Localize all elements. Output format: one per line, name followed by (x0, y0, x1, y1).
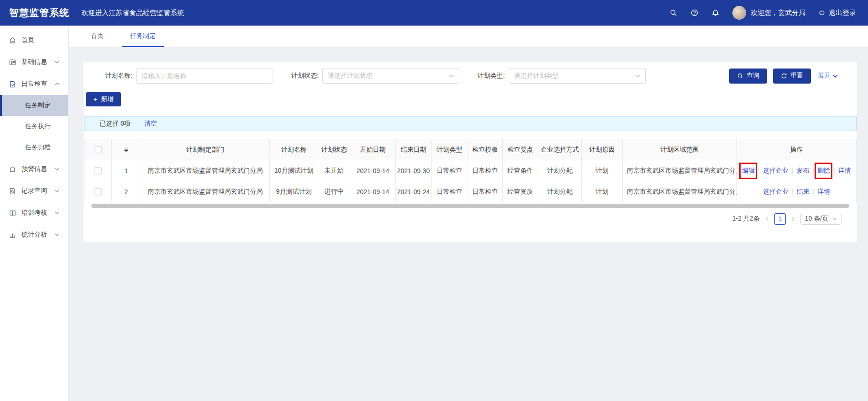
filter-row: 计划名称: 计划状态: 请选择计划状态 计划类型: 请选择计划类型 查询 重置 (105, 68, 838, 84)
stats-icon (9, 231, 16, 239)
col-region: 计划区域范围 (623, 139, 737, 160)
pagination-total: 1-2 共2条 (732, 215, 760, 223)
cell-keypoint: 经营资质 (503, 181, 538, 202)
cell-type: 日常检查 (431, 181, 468, 202)
plan-type-label: 计划类型: (478, 72, 505, 80)
sidebar-item-basic-info[interactable]: 基础信息 (0, 51, 68, 73)
col-start-date: 开始日期 (350, 139, 396, 160)
tab-home[interactable]: 首页 (83, 26, 112, 47)
training-icon (9, 209, 16, 217)
detail-link[interactable]: 详情 (817, 188, 830, 195)
chevron-down-icon (55, 211, 59, 214)
power-icon (818, 9, 826, 16)
sidebar-item-record-query[interactable]: 记录查询 (0, 180, 68, 202)
cell-select-mode: 计划分配 (538, 160, 582, 181)
cell-region: 南京市玄武区市场监督管理局玄武门分局 (623, 181, 737, 202)
cell-actions: 选择企业|结束|详情 (737, 181, 857, 202)
publish-link[interactable]: 发布 (797, 167, 810, 174)
cell-template: 日常检查 (468, 181, 503, 202)
header-actions: 欢迎您，玄武分局 退出登录 (669, 6, 868, 20)
cell-type: 日常检查 (431, 160, 468, 181)
plan-table: # 计划制定部门 计划名称 计划状态 开始日期 结束日期 计划类型 检查模板 检… (84, 139, 857, 202)
plus-icon: + (93, 96, 97, 103)
scrollbar-thumb[interactable] (91, 204, 849, 208)
prev-page-icon[interactable] (765, 216, 769, 221)
table-row: 2 南京市玄武区市场监督管理局玄武门分局 9月测试计划 进行中 2021-09-… (84, 181, 857, 202)
help-icon[interactable] (690, 9, 699, 17)
expand-link[interactable]: 展开 (818, 72, 838, 80)
cell-keypoint: 经营条件 (503, 160, 538, 181)
sidebar-subitem-task-execute[interactable]: 任务执行 (0, 116, 68, 137)
sidebar-subitem-label: 任务归档 (25, 143, 51, 152)
plan-name-input[interactable] (142, 72, 268, 79)
header-checkbox-cell (84, 139, 112, 160)
cell-dept: 南京市玄武区市场监督管理局玄武门分局 (141, 181, 270, 202)
plan-table-wrap: # 计划制定部门 计划名称 计划状态 开始日期 结束日期 计划类型 检查模板 检… (84, 139, 857, 202)
table-row: 1 南京市玄武区市场监督管理局玄武门分局 10月测试计划 未开始 2021-09… (84, 160, 857, 181)
plan-status-label: 计划状态: (291, 72, 319, 80)
finish-link[interactable]: 结束 (797, 188, 810, 195)
plan-status-select[interactable]: 请选择计划状态 (322, 68, 459, 84)
sidebar-subitem-task-archive[interactable]: 任务归档 (0, 137, 68, 158)
search-icon (737, 73, 743, 79)
select-enterprise-link[interactable]: 选择企业 (763, 167, 789, 174)
user-area[interactable]: 欢迎您，玄武分局 (732, 6, 805, 20)
edit-link[interactable]: 编辑 (742, 167, 755, 174)
avatar[interactable] (732, 6, 746, 20)
logout-button[interactable]: 退出登录 (818, 9, 856, 17)
chevron-down-icon (833, 74, 838, 78)
row-checkbox[interactable] (95, 167, 102, 174)
search-icon[interactable] (669, 9, 678, 17)
plan-type-placeholder: 请选择计划类型 (514, 72, 559, 80)
chevron-down-icon (449, 74, 454, 78)
page-number-button[interactable]: 1 (774, 213, 786, 225)
user-greeting: 欢迎您，玄武分局 (751, 9, 805, 17)
chevron-down-icon (832, 217, 837, 220)
chevron-down-icon (55, 233, 59, 236)
plan-status-placeholder: 请选择计划状态 (328, 72, 373, 80)
plan-name-field (136, 68, 273, 84)
detail-link[interactable]: 详情 (838, 167, 851, 174)
tab-bar: 首页 任务制定 (69, 26, 868, 47)
filter-buttons: 查询 重置 展开 (729, 69, 838, 84)
next-page-icon[interactable] (791, 216, 795, 221)
logout-label: 退出登录 (829, 9, 856, 17)
sidebar-subitem-task-plan[interactable]: 任务制定 (0, 95, 68, 116)
record-search-icon (9, 187, 16, 195)
cell-dept: 南京市玄武区市场监督管理局玄武门分局 (141, 160, 270, 181)
clear-selection-link[interactable]: 清空 (144, 120, 157, 128)
add-button[interactable]: + 新增 (86, 92, 121, 106)
plan-type-select[interactable]: 请选择计划类型 (509, 68, 646, 84)
cell-plan-name: 9月测试计划 (270, 181, 318, 202)
refresh-icon (781, 73, 787, 79)
cell-status: 未开始 (318, 160, 350, 181)
cell-end-date: 2021-09-24 (396, 181, 431, 202)
tab-task-plan[interactable]: 任务制定 (122, 26, 164, 47)
table-header-row: # 计划制定部门 计划名称 计划状态 开始日期 结束日期 计划类型 检查模板 检… (84, 139, 857, 160)
select-all-checkbox[interactable] (95, 146, 102, 153)
sidebar-item-label: 统计分析 (21, 231, 47, 239)
chevron-up-icon (55, 83, 59, 85)
delete-link[interactable]: 删除 (817, 167, 830, 174)
sidebar: 首页 基础信息 日常检查 任务制定 任务执行 任务归档 预警信息 记录查询 培训… (0, 26, 68, 401)
reset-button[interactable]: 重置 (773, 69, 811, 84)
cell-template: 日常检查 (468, 160, 503, 181)
select-enterprise-link[interactable]: 选择企业 (763, 188, 789, 195)
col-actions: 操作 (737, 139, 857, 160)
chevron-down-icon (635, 74, 640, 78)
search-button[interactable]: 查询 (729, 69, 767, 84)
bell-icon[interactable] (711, 9, 720, 17)
sidebar-item-training-exam[interactable]: 培训考核 (0, 202, 68, 224)
divider: | (813, 167, 815, 174)
sidebar-item-statistics[interactable]: 统计分析 (0, 224, 68, 246)
cell-select-mode: 计划分配 (538, 181, 582, 202)
row-checkbox[interactable] (95, 188, 102, 195)
horizontal-scrollbar (84, 204, 857, 208)
page-size-select[interactable]: 10 条/页 (800, 213, 842, 225)
sidebar-item-daily-check[interactable]: 日常检查 (0, 73, 68, 95)
sidebar-item-label: 记录查询 (21, 187, 47, 195)
sidebar-item-warning-info[interactable]: 预警信息 (0, 158, 68, 180)
welcome-text: 欢迎进入江苏省食品经营监管系统 (81, 9, 184, 17)
sidebar-item-home[interactable]: 首页 (0, 29, 68, 51)
tab-label: 任务制定 (130, 32, 156, 40)
